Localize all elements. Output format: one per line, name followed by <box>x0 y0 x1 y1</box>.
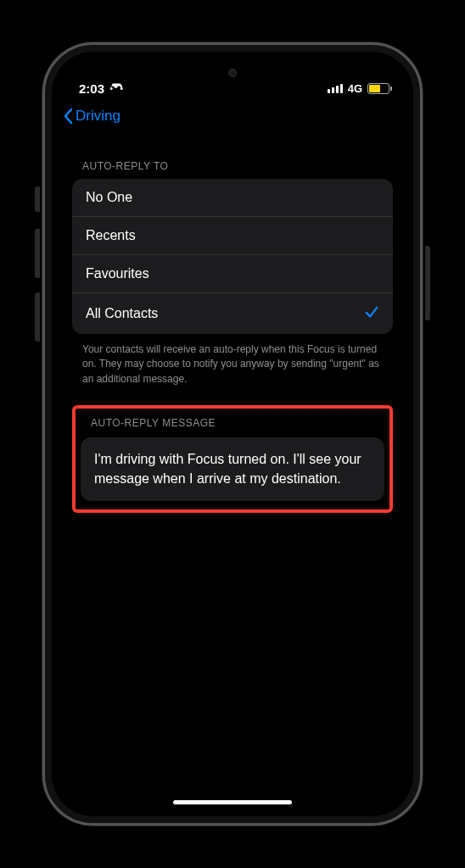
back-button[interactable]: Driving <box>62 108 120 125</box>
option-no-one[interactable]: No One <box>72 179 393 217</box>
chevron-left-icon <box>62 108 74 125</box>
signal-strength-icon <box>328 84 343 93</box>
nav-bar: Driving <box>55 103 410 133</box>
back-label: Driving <box>76 108 120 125</box>
front-camera <box>228 69 237 77</box>
option-recents[interactable]: Recents <box>72 217 393 255</box>
status-bar: 2:03 4G <box>55 55 410 103</box>
auto-reply-message-field[interactable]: I'm driving with Focus turned on. I'll s… <box>81 437 384 500</box>
phone-side-button <box>425 246 430 320</box>
phone-frame: 2:03 4G Driving Auto-Reply To <box>42 42 423 826</box>
battery-icon <box>367 83 389 94</box>
option-label: No One <box>86 190 132 205</box>
auto-reply-to-group: No One Recents Favourites All Contacts <box>72 179 393 334</box>
auto-reply-to-header: Auto-Reply To <box>72 150 393 179</box>
status-time: 2:03 <box>79 81 104 96</box>
auto-reply-to-footer: Your contacts will receive an auto-reply… <box>72 334 393 387</box>
option-label: Recents <box>86 228 136 243</box>
screen: 2:03 4G Driving Auto-Reply To <box>55 55 410 813</box>
network-label: 4G <box>348 82 362 95</box>
option-label: Favourites <box>86 266 149 281</box>
option-favourites[interactable]: Favourites <box>72 255 393 293</box>
highlight-annotation: Auto-Reply Message I'm driving with Focu… <box>72 405 393 512</box>
driving-icon <box>109 81 125 96</box>
phone-volume-down <box>35 292 40 342</box>
phone-volume-up <box>35 229 40 278</box>
settings-content: Auto-Reply To No One Recents Favourites … <box>55 133 410 513</box>
auto-reply-message-header: Auto-Reply Message <box>81 414 384 437</box>
option-all-contacts[interactable]: All Contacts <box>72 293 393 334</box>
phone-silence-switch <box>35 186 40 212</box>
auto-reply-message-text: I'm driving with Focus turned on. I'll s… <box>94 452 361 486</box>
option-label: All Contacts <box>86 306 158 321</box>
checkmark-icon <box>364 304 379 323</box>
home-indicator[interactable] <box>173 800 292 804</box>
